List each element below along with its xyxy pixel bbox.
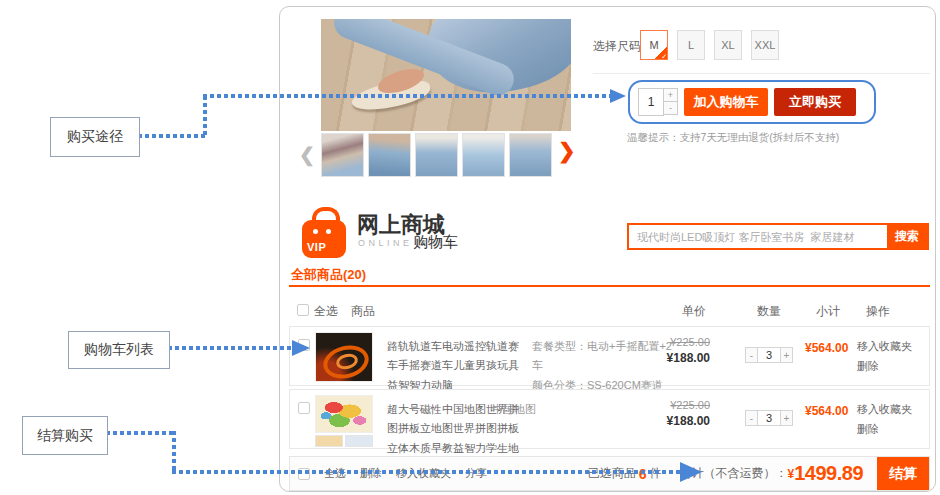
search-button[interactable]: 搜索 <box>887 225 927 248</box>
row-quantity-input[interactable] <box>758 410 780 426</box>
thumbnail-3[interactable] <box>415 133 458 177</box>
annotation-arrowhead <box>292 340 310 356</box>
product-title[interactable]: 路轨轨道车电动遥控轨道赛车手摇赛道车儿童男孩玩具益智智力动脑 <box>387 337 529 395</box>
row-actions: 移入收藏夹 删除 <box>857 400 912 440</box>
original-price: ¥225.00 <box>638 399 710 411</box>
china-map-image <box>315 395 373 433</box>
total-currency: ¥ <box>788 467 795 481</box>
annotation-checkout-label: 结算购买 <box>37 427 93 445</box>
row-quantity-stepper: - + <box>745 410 793 426</box>
cart-table-header: 全选 商品 单价 数量 小计 操作 <box>289 297 930 323</box>
product-thumbnail-china-map[interactable] <box>315 395 373 447</box>
quantity-increase-button[interactable]: + <box>663 88 678 102</box>
annotation-line <box>168 346 292 350</box>
shop-panel: ❮ ❯ 选择尺码： M ✓ L XL XXL + - 加入购物车 立即购买 <box>279 6 936 492</box>
annotation-line <box>172 431 176 474</box>
thumbnail-2[interactable] <box>368 133 411 177</box>
prev-arrow-icon[interactable]: ❮ <box>299 143 315 166</box>
annotation-cart-list: 购物车列表 <box>68 331 170 369</box>
annotation-line <box>172 470 680 474</box>
original-price: ¥225.00 <box>638 336 710 348</box>
map-sub-thumbnails <box>315 435 373 447</box>
section-underline <box>289 285 930 287</box>
row-quantity-input[interactable] <box>758 347 780 363</box>
annotation-line <box>203 94 610 98</box>
search-bar: 搜索 <box>627 223 929 250</box>
size-options: M ✓ L XL XXL <box>640 30 779 60</box>
quantity-decrease-button[interactable]: - <box>663 101 678 115</box>
product-thumbnail-track-toy[interactable] <box>315 332 373 382</box>
cart-section-title: 全部商品(20) <box>291 266 366 284</box>
thumbnail-4[interactable] <box>462 133 505 177</box>
quantity-input[interactable] <box>638 88 664 116</box>
add-to-cart-button[interactable]: 加入购物车 <box>684 88 768 116</box>
cart-row-china-map: 超大号磁性中国地图世界拼图拼板立地图世界拼图拼板立体木质早教益智力学生地理男 中… <box>289 389 930 449</box>
mall-logo[interactable]: VIP <box>301 208 349 260</box>
annotation-line <box>106 431 174 435</box>
select-all-checkbox[interactable] <box>297 304 309 316</box>
move-to-favorites-link[interactable]: 移入收藏夹 <box>857 400 912 420</box>
col-actions: 操作 <box>866 303 890 320</box>
annotation-arrowhead <box>610 89 626 103</box>
divider <box>593 73 930 74</box>
size-option-l[interactable]: L <box>677 30 705 60</box>
price-block: ¥225.00 ¥188.00 <box>638 336 710 365</box>
checkout-button[interactable]: 结算 <box>877 457 929 490</box>
product-spec: 中国地图 <box>492 400 632 419</box>
decrease-button[interactable]: - <box>745 410 758 426</box>
row-checkbox[interactable] <box>298 402 310 414</box>
vip-badge: VIP <box>307 241 326 253</box>
col-quantity: 数量 <box>757 303 781 320</box>
size-option-m[interactable]: M ✓ <box>640 30 668 60</box>
size-option-xl[interactable]: XL <box>714 30 742 60</box>
search-input[interactable] <box>629 225 895 248</box>
increase-button[interactable]: + <box>780 347 793 363</box>
current-price: ¥188.00 <box>638 351 710 365</box>
buy-now-button[interactable]: 立即购买 <box>774 88 856 116</box>
row-actions: 移入收藏夹 删除 <box>857 337 912 377</box>
thumbnail-1[interactable] <box>321 133 364 177</box>
annotation-checkout: 结算购买 <box>22 416 108 455</box>
annotation-arrowhead <box>680 462 702 482</box>
thumbnail-5[interactable] <box>509 133 552 177</box>
decrease-button[interactable]: - <box>745 347 758 363</box>
total-amount: 1499.89 <box>794 462 863 485</box>
col-product: 商品 <box>351 303 375 320</box>
thumbnail-strip <box>321 133 552 177</box>
col-subtotal: 小计 <box>816 303 840 320</box>
increase-button[interactable]: + <box>780 410 793 426</box>
delete-link[interactable]: 删除 <box>857 420 912 440</box>
col-select-all: 全选 <box>314 303 338 320</box>
quantity-stepper: + - <box>663 88 678 116</box>
annotation-line <box>138 134 206 138</box>
row-quantity-stepper: - + <box>745 347 793 363</box>
screenshot-stage: ❮ ❯ 选择尺码： M ✓ L XL XXL + - 加入购物车 立即购买 <box>0 0 940 495</box>
track-toy-image <box>315 332 373 382</box>
size-option-xxl[interactable]: XXL <box>751 30 779 60</box>
annotation-purchase-path: 购买途径 <box>50 117 140 157</box>
price-block: ¥225.00 ¥188.00 <box>638 399 710 428</box>
current-price: ¥188.00 <box>638 414 710 428</box>
annotation-line <box>203 96 207 138</box>
annotation-cart-list-label: 购物车列表 <box>84 341 154 359</box>
move-to-favorites-link[interactable]: 移入收藏夹 <box>857 337 912 357</box>
cart-row-track-toy: 路轨轨道车电动遥控轨道赛车手摇赛道车儿童男孩玩具益智智力动脑 套餐类型：电动+手… <box>289 326 930 386</box>
annotation-purchase-path-label: 购买途径 <box>67 128 123 146</box>
delete-link[interactable]: 删除 <box>857 357 912 377</box>
col-unit-price: 单价 <box>682 303 706 320</box>
page-title: 购物车 <box>413 233 458 252</box>
product-main-image[interactable] <box>321 19 571 131</box>
selected-check-icon: ✓ <box>655 47 667 59</box>
return-policy-tip: 温馨提示：支持7天无理由退货(拆封后不支持) <box>627 131 839 145</box>
next-arrow-icon[interactable]: ❯ <box>558 139 576 163</box>
